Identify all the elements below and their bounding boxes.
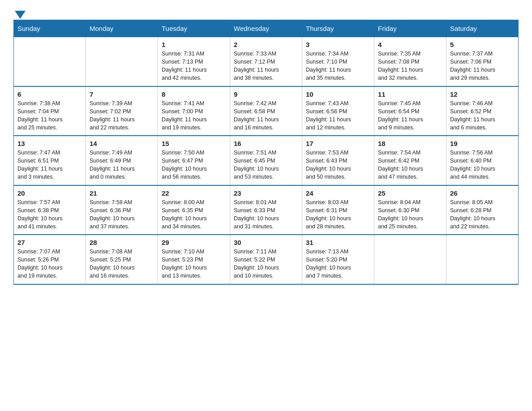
day-info: Sunrise: 7:31 AM Sunset: 7:13 PM Dayligh… — [162, 50, 226, 82]
day-info: Sunrise: 7:41 AM Sunset: 7:00 PM Dayligh… — [162, 99, 226, 132]
day-info: Sunrise: 7:43 AM Sunset: 6:56 PM Dayligh… — [306, 99, 370, 132]
calendar-cell: 3Sunrise: 7:34 AM Sunset: 7:10 PM Daylig… — [302, 37, 374, 86]
calendar-cell: 20Sunrise: 7:57 AM Sunset: 6:38 PM Dayli… — [14, 185, 86, 235]
calendar-cell: 5Sunrise: 7:37 AM Sunset: 7:06 PM Daylig… — [446, 37, 519, 86]
day-info: Sunrise: 7:38 AM Sunset: 7:04 PM Dayligh… — [17, 99, 82, 132]
calendar-cell: 1Sunrise: 7:31 AM Sunset: 7:13 PM Daylig… — [158, 37, 230, 86]
day-number: 26 — [450, 189, 515, 197]
day-number: 14 — [90, 140, 154, 147]
calendar-cell: 30Sunrise: 7:11 AM Sunset: 5:22 PM Dayli… — [230, 235, 302, 284]
day-number: 7 — [90, 90, 154, 98]
header-day-monday: Monday — [86, 20, 158, 37]
day-info: Sunrise: 7:58 AM Sunset: 6:36 PM Dayligh… — [90, 198, 154, 231]
calendar-cell: 14Sunrise: 7:49 AM Sunset: 6:49 PM Dayli… — [86, 136, 158, 185]
calendar-cell — [14, 37, 86, 86]
day-number: 6 — [17, 90, 82, 98]
calendar-cell: 8Sunrise: 7:41 AM Sunset: 7:00 PM Daylig… — [158, 86, 230, 136]
logo — [13, 9, 27, 15]
day-info: Sunrise: 8:04 AM Sunset: 6:30 PM Dayligh… — [378, 198, 442, 231]
header-row: SundayMondayTuesdayWednesdayThursdayFrid… — [14, 20, 519, 37]
calendar-cell: 27Sunrise: 7:07 AM Sunset: 5:26 PM Dayli… — [14, 235, 86, 284]
logo-triangle-icon — [15, 11, 26, 19]
page-header — [13, 9, 519, 15]
calendar-cell: 12Sunrise: 7:46 AM Sunset: 6:52 PM Dayli… — [446, 86, 519, 136]
header-day-sunday: Sunday — [14, 20, 86, 37]
day-info: Sunrise: 7:57 AM Sunset: 6:38 PM Dayligh… — [17, 198, 82, 231]
day-info: Sunrise: 7:42 AM Sunset: 6:58 PM Dayligh… — [234, 99, 298, 132]
day-number: 10 — [306, 90, 370, 98]
header-day-tuesday: Tuesday — [158, 20, 230, 37]
header-day-saturday: Saturday — [446, 20, 519, 37]
day-number: 18 — [378, 140, 442, 147]
day-number: 13 — [17, 140, 82, 147]
calendar-cell: 31Sunrise: 7:13 AM Sunset: 5:20 PM Dayli… — [302, 235, 374, 284]
day-number: 30 — [234, 239, 298, 246]
calendar-cell: 29Sunrise: 7:10 AM Sunset: 5:23 PM Dayli… — [158, 235, 230, 284]
calendar-cell: 10Sunrise: 7:43 AM Sunset: 6:56 PM Dayli… — [302, 86, 374, 136]
calendar-cell — [86, 37, 158, 86]
day-number: 28 — [90, 239, 154, 246]
day-number: 27 — [17, 239, 82, 246]
day-info: Sunrise: 7:49 AM Sunset: 6:49 PM Dayligh… — [90, 149, 154, 181]
day-number: 31 — [306, 239, 370, 246]
calendar-cell: 26Sunrise: 8:05 AM Sunset: 6:28 PM Dayli… — [446, 185, 519, 235]
day-number: 24 — [306, 189, 370, 197]
day-info: Sunrise: 7:50 AM Sunset: 6:47 PM Dayligh… — [162, 149, 226, 181]
day-info: Sunrise: 7:08 AM Sunset: 5:25 PM Dayligh… — [90, 248, 154, 280]
day-info: Sunrise: 7:10 AM Sunset: 5:23 PM Dayligh… — [162, 248, 226, 280]
calendar-cell: 2Sunrise: 7:33 AM Sunset: 7:12 PM Daylig… — [230, 37, 302, 86]
day-info: Sunrise: 7:13 AM Sunset: 5:20 PM Dayligh… — [306, 248, 370, 280]
day-info: Sunrise: 7:46 AM Sunset: 6:52 PM Dayligh… — [450, 99, 515, 132]
calendar-cell: 25Sunrise: 8:04 AM Sunset: 6:30 PM Dayli… — [374, 185, 446, 235]
day-info: Sunrise: 8:01 AM Sunset: 6:33 PM Dayligh… — [234, 198, 298, 231]
header-day-wednesday: Wednesday — [230, 20, 302, 37]
calendar-week-2: 6Sunrise: 7:38 AM Sunset: 7:04 PM Daylig… — [14, 86, 519, 136]
calendar-table: SundayMondayTuesdayWednesdayThursdayFrid… — [13, 20, 519, 285]
day-number: 3 — [306, 41, 370, 48]
header-day-thursday: Thursday — [302, 20, 374, 37]
day-number: 1 — [162, 41, 226, 48]
day-number: 9 — [234, 90, 298, 98]
day-info: Sunrise: 7:37 AM Sunset: 7:06 PM Dayligh… — [450, 50, 515, 82]
calendar-cell: 21Sunrise: 7:58 AM Sunset: 6:36 PM Dayli… — [86, 185, 158, 235]
calendar-body: 1Sunrise: 7:31 AM Sunset: 7:13 PM Daylig… — [14, 37, 519, 284]
day-number: 2 — [234, 41, 298, 48]
day-number: 11 — [378, 90, 442, 98]
day-info: Sunrise: 7:56 AM Sunset: 6:40 PM Dayligh… — [450, 149, 515, 181]
day-info: Sunrise: 7:33 AM Sunset: 7:12 PM Dayligh… — [234, 50, 298, 82]
day-number: 12 — [450, 90, 515, 98]
calendar-cell: 16Sunrise: 7:51 AM Sunset: 6:45 PM Dayli… — [230, 136, 302, 185]
calendar-week-4: 20Sunrise: 7:57 AM Sunset: 6:38 PM Dayli… — [14, 185, 519, 235]
day-number: 4 — [378, 41, 442, 48]
calendar-cell: 13Sunrise: 7:47 AM Sunset: 6:51 PM Dayli… — [14, 136, 86, 185]
header-day-friday: Friday — [374, 20, 446, 37]
calendar-week-5: 27Sunrise: 7:07 AM Sunset: 5:26 PM Dayli… — [14, 235, 519, 284]
calendar-cell: 11Sunrise: 7:45 AM Sunset: 6:54 PM Dayli… — [374, 86, 446, 136]
day-info: Sunrise: 7:35 AM Sunset: 7:08 PM Dayligh… — [378, 50, 442, 82]
day-number: 8 — [162, 90, 226, 98]
day-info: Sunrise: 7:54 AM Sunset: 6:42 PM Dayligh… — [378, 149, 442, 181]
calendar-cell: 17Sunrise: 7:53 AM Sunset: 6:43 PM Dayli… — [302, 136, 374, 185]
day-info: Sunrise: 7:53 AM Sunset: 6:43 PM Dayligh… — [306, 149, 370, 181]
calendar-cell: 18Sunrise: 7:54 AM Sunset: 6:42 PM Dayli… — [374, 136, 446, 185]
day-info: Sunrise: 7:45 AM Sunset: 6:54 PM Dayligh… — [378, 99, 442, 132]
day-number: 29 — [162, 239, 226, 246]
day-number: 17 — [306, 140, 370, 147]
day-number: 22 — [162, 189, 226, 197]
calendar-cell: 6Sunrise: 7:38 AM Sunset: 7:04 PM Daylig… — [14, 86, 86, 136]
calendar-cell: 24Sunrise: 8:03 AM Sunset: 6:31 PM Dayli… — [302, 185, 374, 235]
day-number: 23 — [234, 189, 298, 197]
day-info: Sunrise: 7:07 AM Sunset: 5:26 PM Dayligh… — [17, 248, 82, 280]
day-info: Sunrise: 8:05 AM Sunset: 6:28 PM Dayligh… — [450, 198, 515, 231]
calendar-cell — [446, 235, 519, 284]
calendar-week-1: 1Sunrise: 7:31 AM Sunset: 7:13 PM Daylig… — [14, 37, 519, 86]
calendar-cell: 15Sunrise: 7:50 AM Sunset: 6:47 PM Dayli… — [158, 136, 230, 185]
day-number: 16 — [234, 140, 298, 147]
day-info: Sunrise: 7:39 AM Sunset: 7:02 PM Dayligh… — [90, 99, 154, 132]
day-number: 21 — [90, 189, 154, 197]
day-number: 25 — [378, 189, 442, 197]
calendar-cell: 28Sunrise: 7:08 AM Sunset: 5:25 PM Dayli… — [86, 235, 158, 284]
calendar-header: SundayMondayTuesdayWednesdayThursdayFrid… — [14, 20, 519, 37]
calendar-cell: 22Sunrise: 8:00 AM Sunset: 6:35 PM Dayli… — [158, 185, 230, 235]
day-info: Sunrise: 8:00 AM Sunset: 6:35 PM Dayligh… — [162, 198, 226, 231]
